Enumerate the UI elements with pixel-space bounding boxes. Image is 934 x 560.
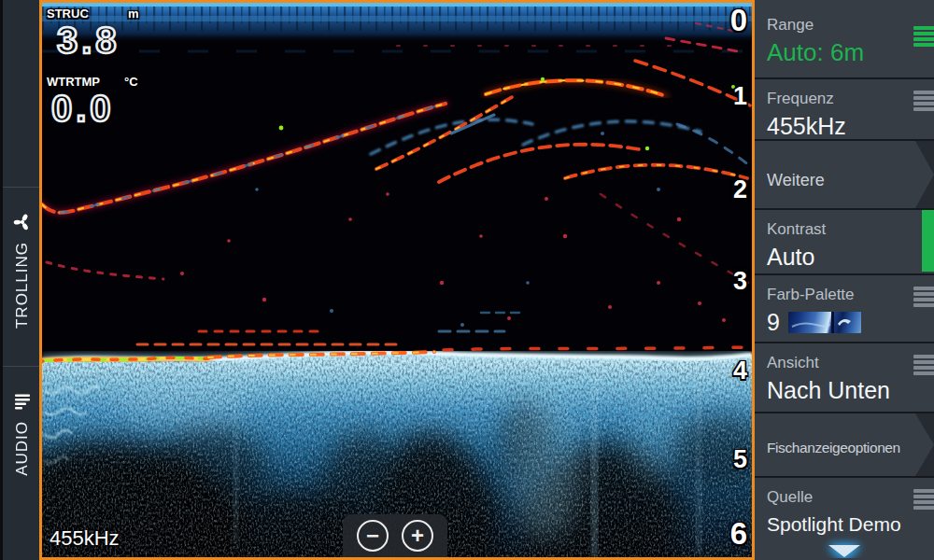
chevron-right-icon — [910, 141, 934, 208]
menu-item-value: 455kHz — [767, 112, 934, 140]
sidebar-item-label: AUDIO — [13, 421, 32, 476]
depth-tick: 0 — [730, 3, 747, 38]
zoom-controls: − + — [343, 514, 447, 557]
palette-preview — [788, 312, 861, 333]
propeller-icon — [12, 212, 33, 232]
menu-item-label: Farb-Palette — [767, 285, 934, 305]
menu-item-value: 9 — [767, 308, 780, 336]
menu-item-weitere[interactable]: Weitere — [755, 141, 934, 210]
left-toolbar: TROLLING AUDIO — [0, 0, 39, 560]
menu-item-label: Kontrast — [767, 219, 934, 240]
menu-item-range[interactable]: Range Auto: 6m — [755, 0, 934, 79]
chevron-right-icon — [910, 413, 934, 476]
wtrtmp-unit: °C — [124, 75, 138, 89]
menu-item-value: Auto — [767, 243, 934, 271]
menu-item-label: Quelle — [767, 487, 934, 508]
menu-item-farb-palette[interactable]: Farb-Palette 9 — [755, 275, 934, 343]
menu-lines-icon — [913, 91, 934, 113]
menu-item-fischanzeigeoptionen[interactable]: Fischanzeigeoptionen — [755, 413, 934, 478]
contrast-level-bar — [922, 210, 934, 272]
struc-label: STRUC — [47, 7, 89, 21]
wtrtmp-label: WTRTMP — [47, 75, 100, 89]
menu-item-value: Nach Unten — [767, 376, 934, 404]
depth-tick: 3 — [733, 267, 747, 296]
menu-item-value: Spotlight Demo — [767, 511, 934, 539]
struc-unit: m — [128, 7, 139, 21]
menu-item-ansicht[interactable]: Ansicht Nach Unten — [755, 343, 934, 413]
sidebar-item-trolling[interactable]: TROLLING — [3, 187, 42, 366]
audio-bars-icon — [12, 391, 33, 412]
depth-tick: 4 — [733, 357, 747, 385]
scroll-down-arrow-icon[interactable] — [828, 545, 860, 557]
menu-lines-icon — [913, 287, 934, 309]
sidebar-item-audio[interactable]: AUDIO — [3, 366, 42, 525]
menu-lines-icon — [913, 26, 934, 49]
menu-item-frequenz[interactable]: Frequenz 455kHz — [755, 79, 934, 141]
struc-value: 3.8 — [57, 20, 120, 62]
menu-lines-icon — [913, 355, 934, 377]
sonar-app: TROLLING AUDIO — [0, 0, 934, 560]
sidebar-item-label: TROLLING — [13, 242, 32, 329]
depth-tick: 6 — [730, 516, 747, 552]
zoom-in-button[interactable]: + — [402, 520, 433, 552]
depth-tick: 1 — [733, 82, 747, 111]
menu-item-label: Range — [767, 15, 934, 35]
settings-menu: Range Auto: 6m Frequenz 455kHz Weitere K… — [755, 0, 934, 560]
depth-tick: 2 — [733, 175, 747, 204]
sonar-stage: STRUC m 3.8 WTRTMP °C 0.0 0 1 2 3 4 5 6 … — [42, 3, 752, 557]
depth-tick: 5 — [733, 445, 747, 474]
sonar-image — [42, 3, 752, 557]
menu-lines-icon — [913, 489, 934, 511]
menu-item-label: Ansicht — [767, 353, 934, 373]
wtrtmp-value: 0.0 — [51, 88, 115, 130]
menu-item-value: Auto: 6m — [767, 38, 934, 66]
menu-item-label: Frequenz — [767, 89, 934, 109]
sonar-view[interactable]: STRUC m 3.8 WTRTMP °C 0.0 0 1 2 3 4 5 6 … — [39, 0, 755, 560]
zoom-out-button[interactable]: − — [357, 520, 389, 552]
menu-item-kontrast[interactable]: Kontrast Auto — [755, 210, 934, 275]
menu-item-quelle[interactable]: Quelle Spotlight Demo — [755, 478, 934, 558]
frequency-label: 455kHz — [50, 526, 120, 551]
